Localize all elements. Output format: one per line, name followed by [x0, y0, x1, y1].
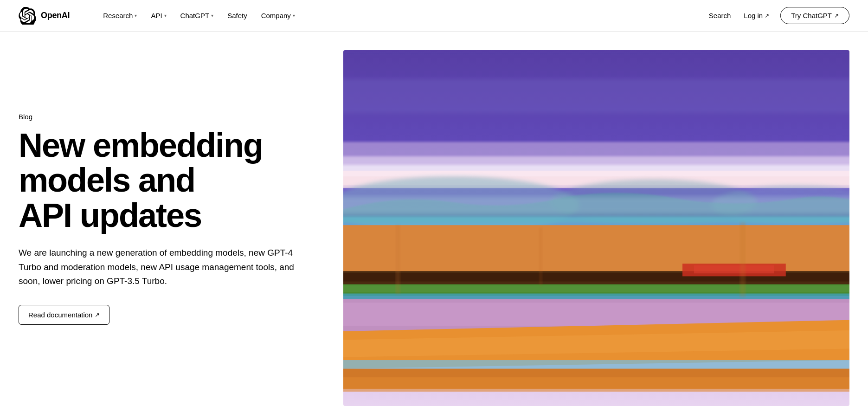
- main-nav: Research ▾ API ▾ ChatGPT ▾ Safety Compan…: [97, 8, 707, 23]
- svg-rect-29: [539, 228, 542, 286]
- read-documentation-button[interactable]: Read documentation ↗: [19, 305, 109, 325]
- chevron-down-icon: ▾: [164, 13, 167, 18]
- chevron-down-icon: ▾: [135, 13, 137, 18]
- nav-api[interactable]: API ▾: [145, 8, 172, 23]
- blog-label: Blog: [19, 113, 315, 121]
- header: OpenAI Research ▾ API ▾ ChatGPT ▾ Safety…: [0, 0, 868, 32]
- openai-logo-icon: [19, 7, 36, 25]
- chevron-down-icon: ▾: [211, 13, 213, 18]
- abstract-landscape-illustration: [343, 50, 849, 406]
- try-chatgpt-button[interactable]: Try ChatGPT ↗: [780, 7, 849, 24]
- svg-rect-28: [396, 225, 400, 294]
- hero-title-line2: models and: [19, 161, 195, 199]
- logo[interactable]: OpenAI: [19, 7, 70, 25]
- nav-research[interactable]: Research ▾: [97, 8, 142, 23]
- header-actions: Search Log in ↗ Try ChatGPT ↗: [707, 7, 849, 24]
- login-link[interactable]: Log in ↗: [744, 12, 769, 19]
- svg-rect-30: [740, 222, 746, 297]
- chevron-down-icon: ▾: [293, 13, 295, 18]
- hero-image: [343, 50, 849, 406]
- external-link-icon: ↗: [95, 311, 100, 318]
- hero-description: We are launching a new generation of emb…: [19, 246, 306, 288]
- search-button[interactable]: Search: [707, 8, 733, 23]
- hero-text: Blog New embedding models and API update…: [19, 32, 343, 406]
- nav-company[interactable]: Company ▾: [256, 8, 301, 23]
- hero-title-line3: API updates: [19, 197, 201, 234]
- nav-chatgpt[interactable]: ChatGPT ▾: [175, 8, 219, 23]
- main-content: Blog New embedding models and API update…: [0, 32, 868, 406]
- external-link-icon: ↗: [834, 13, 839, 19]
- external-link-icon: ↗: [765, 13, 769, 19]
- hero-title: New embedding models and API updates: [19, 128, 315, 233]
- hero-title-line1: New embedding: [19, 127, 263, 164]
- nav-safety[interactable]: Safety: [222, 8, 253, 23]
- logo-text: OpenAI: [41, 11, 70, 20]
- hero-image-container: [343, 32, 849, 406]
